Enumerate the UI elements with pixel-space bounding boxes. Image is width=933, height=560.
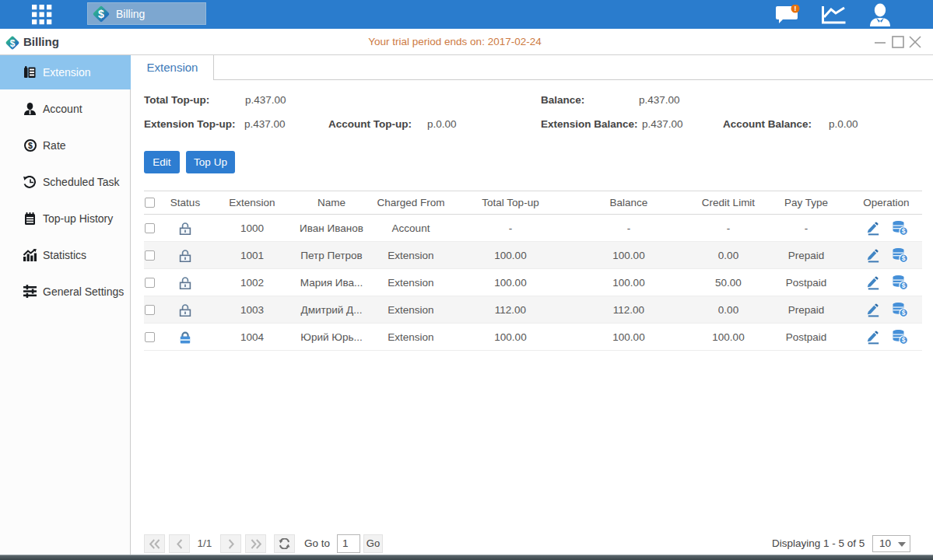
svg-text:$: $ <box>902 309 906 317</box>
svg-text:$: $ <box>902 282 906 289</box>
svg-text:$: $ <box>902 254 906 262</box>
svg-text:$: $ <box>902 336 906 344</box>
svg-text:$: $ <box>902 227 906 235</box>
svg-text:$: $ <box>28 141 33 150</box>
svg-text:$: $ <box>98 8 104 20</box>
svg-text:!: ! <box>794 5 797 12</box>
